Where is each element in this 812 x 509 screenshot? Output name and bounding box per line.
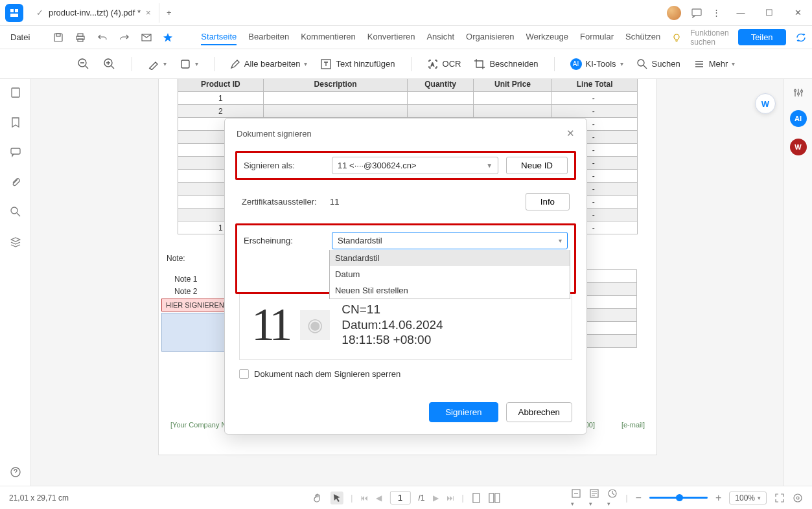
print-icon[interactable] xyxy=(75,32,86,43)
zoom-out-button[interactable]: − xyxy=(636,492,642,504)
reader-icon[interactable] xyxy=(793,493,803,503)
user-avatar[interactable] xyxy=(667,6,681,20)
secondary-toolbar: ▾ ▾ Alle bearbeiten ▾ Text hinzufügen A … xyxy=(0,49,812,79)
ocr-button[interactable]: A OCR xyxy=(427,58,461,70)
svg-rect-2 xyxy=(10,14,18,17)
appearance-select[interactable]: Standardstil ▾ xyxy=(332,232,568,249)
info-button[interactable]: Info xyxy=(526,193,570,210)
pin-icon[interactable] xyxy=(163,33,172,42)
tab-close-button[interactable]: × xyxy=(146,8,151,17)
settings-icon[interactable] xyxy=(793,87,804,98)
undo-icon[interactable] xyxy=(97,32,108,43)
ai-tools-button[interactable]: AI KI-Tools ▾ xyxy=(570,58,623,70)
tab-check-icon: ✓ xyxy=(36,8,43,17)
svg-rect-3 xyxy=(692,9,701,16)
zoom-value[interactable]: 100%▾ xyxy=(729,492,767,504)
edit-all-button[interactable]: Alle bearbeiten ▾ xyxy=(230,59,308,69)
document-tab[interactable]: ✓ product-inv...tzt) (4).pdf * × xyxy=(29,3,159,23)
comments-icon[interactable] xyxy=(10,146,21,158)
tab-schuetzen[interactable]: Schützen xyxy=(625,29,660,45)
sign-as-select[interactable]: 11 <····@300624.cn> ▼ xyxy=(332,157,498,174)
sign-here-field[interactable]: HIER SIGNIEREN xyxy=(161,299,229,311)
highlight-icon[interactable]: ▾ xyxy=(148,58,167,70)
svg-point-30 xyxy=(794,494,802,502)
prev-page-icon[interactable]: ◀ xyxy=(376,493,382,503)
lock-checkbox[interactable] xyxy=(239,369,249,379)
function-search[interactable]: Funktionen suchen xyxy=(690,28,728,47)
issuer-value: 11 xyxy=(330,197,518,207)
save-icon[interactable] xyxy=(53,32,64,43)
new-tab-button[interactable]: + xyxy=(159,8,179,17)
search-button[interactable]: Suchen xyxy=(636,58,680,70)
tab-konvertieren[interactable]: Konvertieren xyxy=(367,29,415,45)
word-float-icon[interactable]: W xyxy=(755,93,776,114)
hand-tool-icon[interactable] xyxy=(312,493,322,503)
svg-rect-1 xyxy=(15,9,18,12)
layers-icon[interactable] xyxy=(10,236,21,247)
bookmarks-icon[interactable] xyxy=(10,117,21,128)
sign-button[interactable]: Signieren xyxy=(429,402,498,422)
dialog-close-button[interactable]: ✕ xyxy=(566,128,575,139)
th-linetotal: Line Total xyxy=(552,79,638,92)
kebab-menu[interactable]: ⋮ xyxy=(712,8,721,17)
minimize-button[interactable]: — xyxy=(732,8,750,17)
tab-kommentieren[interactable]: Kommentieren xyxy=(301,29,356,45)
tab-startseite[interactable]: Startseite xyxy=(201,29,237,45)
fit-width-icon[interactable]: ▾ xyxy=(571,488,581,508)
view-mode-icon[interactable]: ▾ xyxy=(607,488,618,508)
svg-point-19 xyxy=(11,207,17,214)
message-icon[interactable] xyxy=(691,8,702,18)
appearance-dropdown: Standardstil Datum Neuen Stil erstellen xyxy=(329,250,570,299)
tab-ansicht[interactable]: Ansicht xyxy=(426,29,454,45)
zoom-out-icon[interactable] xyxy=(77,58,90,71)
preview-meta: CN=11 Datum:14.06.2024 18:11:58 +08:00 xyxy=(342,302,443,348)
export-panel-icon[interactable]: W xyxy=(790,139,807,155)
first-page-icon[interactable]: ⏮ xyxy=(360,493,368,503)
last-page-icon[interactable]: ⏭ xyxy=(447,493,454,503)
dropdown-option-standard[interactable]: Standardstil xyxy=(330,250,570,266)
search-panel-icon[interactable] xyxy=(10,206,21,218)
tab-formular[interactable]: Formular xyxy=(580,29,614,45)
svg-rect-26 xyxy=(495,493,500,503)
redo-icon[interactable] xyxy=(119,32,130,43)
page-number-input[interactable] xyxy=(389,491,410,504)
attachments-icon[interactable] xyxy=(10,176,21,188)
share-button[interactable]: Teilen xyxy=(738,29,786,45)
email-icon[interactable] xyxy=(141,32,152,43)
shape-icon[interactable]: ▾ xyxy=(180,58,198,70)
appearance-block: Erscheinung: Standardstil ▾ Standardstil… xyxy=(235,223,576,294)
tab-bearbeiten[interactable]: Bearbeiten xyxy=(248,29,289,45)
single-page-icon[interactable] xyxy=(472,493,481,503)
svg-point-22 xyxy=(797,93,799,95)
zoom-slider[interactable] xyxy=(649,497,708,499)
issuer-row: Zertifikatsaussteller: 11 Info xyxy=(239,189,572,214)
app-logo[interactable] xyxy=(5,4,23,22)
th-description: Description xyxy=(263,79,408,92)
zoom-in-icon[interactable] xyxy=(103,58,116,71)
zoom-in-button[interactable]: + xyxy=(715,492,721,504)
file-menu[interactable]: Datei xyxy=(10,32,30,42)
thumbnails-icon[interactable] xyxy=(10,87,21,98)
add-text-button[interactable]: Text hinzufügen xyxy=(320,58,395,70)
titlebar: ✓ product-inv...tzt) (4).pdf * × + ⋮ — ☐… xyxy=(0,0,812,26)
ai-panel-icon[interactable]: AI xyxy=(790,110,807,127)
next-page-icon[interactable]: ▶ xyxy=(433,493,439,503)
new-id-button[interactable]: Neue ID xyxy=(506,157,568,174)
read-mode-icon[interactable]: ▾ xyxy=(589,488,599,508)
tab-werkzeuge[interactable]: Werkzeuge xyxy=(526,29,569,45)
cancel-button[interactable]: Abbrechen xyxy=(506,402,572,422)
help-icon[interactable] xyxy=(10,466,21,478)
more-button[interactable]: Mehr ▾ xyxy=(693,58,736,70)
th-productid: Product ID xyxy=(178,79,264,92)
select-tool-icon[interactable] xyxy=(330,492,343,504)
dropdown-option-datum[interactable]: Datum xyxy=(330,266,570,282)
svg-rect-17 xyxy=(12,88,19,97)
fullscreen-icon[interactable] xyxy=(774,493,785,503)
sync-icon[interactable] xyxy=(795,32,807,43)
dropdown-option-new[interactable]: Neuen Stil erstellen xyxy=(330,282,570,299)
two-page-icon[interactable] xyxy=(489,493,500,503)
crop-button[interactable]: Beschneiden xyxy=(474,58,538,70)
maximize-button[interactable]: ☐ xyxy=(760,8,778,17)
tab-organisieren[interactable]: Organisieren xyxy=(466,29,514,45)
close-window-button[interactable]: ✕ xyxy=(789,8,807,17)
